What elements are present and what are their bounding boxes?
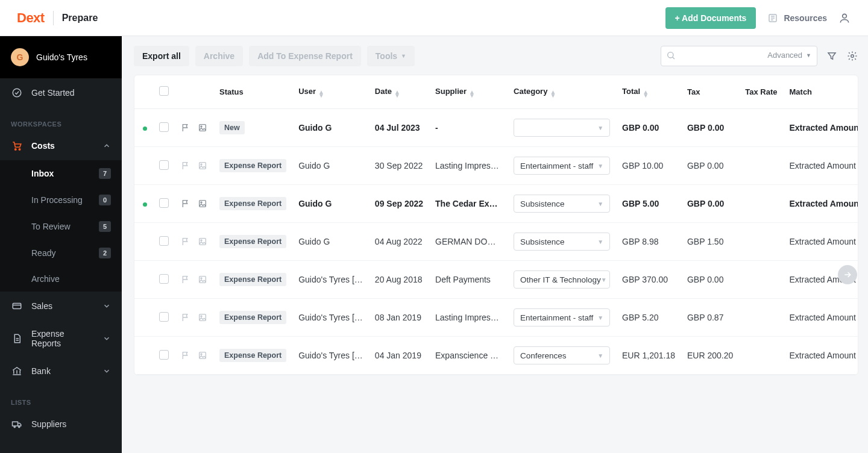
table-row[interactable]: Expense Report Guido G 30 Sep 2022 Lasti… — [134, 147, 858, 185]
image-icon[interactable] — [198, 313, 207, 322]
advanced-search-toggle[interactable]: Advanced ▼ — [767, 51, 811, 60]
table-row[interactable]: New Guido G 04 Jul 2023 - ▼ GBP 0.00 GBP… — [134, 109, 858, 147]
col-date[interactable]: Date▲▼ — [369, 75, 429, 109]
cell-match: Extracted Amount — [784, 337, 859, 375]
unread-dot-icon — [143, 202, 147, 207]
advanced-label: Advanced — [767, 51, 802, 60]
col-status[interactable]: Status — [213, 75, 292, 109]
gear-icon[interactable] — [846, 50, 858, 62]
table-row[interactable]: Expense Report Guido's Tyres [… 04 Jan 2… — [134, 337, 858, 375]
status-badge: Expense Report — [219, 311, 286, 324]
sidebar-item-suppliers[interactable]: Suppliers — [0, 410, 122, 439]
filter-icon[interactable] — [826, 50, 838, 62]
truck-icon — [11, 418, 23, 430]
image-icon[interactable] — [198, 275, 207, 284]
row-checkbox[interactable] — [159, 198, 169, 208]
account-avatar: G — [11, 48, 29, 66]
count-badge: 2 — [99, 248, 111, 258]
col-supplier[interactable]: Supplier▲▼ — [429, 75, 508, 109]
add-to-expense-button[interactable]: Add To Expense Report — [249, 46, 361, 66]
row-checkbox[interactable] — [159, 160, 169, 170]
cell-user: Guido G — [292, 147, 369, 185]
sidebar-item-sales[interactable]: Sales — [0, 292, 122, 320]
sidebar-subitem-to-review[interactable]: To Review5 — [0, 213, 122, 240]
cell-match: Extracted Amount — [784, 185, 859, 223]
svg-point-20 — [201, 278, 202, 279]
sidebar-item-bank[interactable]: Bank — [0, 357, 122, 386]
image-icon[interactable] — [198, 123, 207, 133]
table-row[interactable]: Expense Report Guido's Tyres [… 20 Aug 2… — [134, 261, 858, 299]
category-select[interactable]: Conferences▼ — [514, 346, 610, 364]
cell-user: Guido G — [292, 109, 369, 147]
flag-icon[interactable] — [181, 275, 190, 284]
tools-button[interactable]: Tools ▼ — [367, 46, 415, 66]
sidebar-item-get-started[interactable]: Get Started — [0, 78, 122, 107]
category-select[interactable]: Entertainment - staff▼ — [514, 308, 610, 326]
svg-point-22 — [201, 316, 202, 317]
row-checkbox[interactable] — [159, 122, 169, 132]
table-row[interactable]: Expense Report Guido G 09 Sep 2022 The C… — [134, 185, 858, 223]
cell-date: 30 Sep 2022 — [369, 147, 429, 185]
sidebar-subitem-archive[interactable]: Archive — [0, 266, 122, 292]
add-documents-button[interactable]: + Add Documents — [665, 7, 756, 29]
col-tax[interactable]: Tax — [681, 75, 739, 109]
category-select[interactable]: Other IT & Technology▼ — [514, 270, 610, 289]
col-tax-rate[interactable]: Tax Rate — [739, 75, 783, 109]
flag-icon[interactable] — [181, 237, 190, 246]
cell-user: Guido's Tyres [… — [292, 261, 369, 299]
cell-tax-rate — [739, 299, 783, 337]
cell-supplier: Lasting Impressions — [429, 147, 508, 185]
category-select[interactable]: Entertainment - staff▼ — [514, 157, 610, 175]
status-badge: New — [219, 121, 245, 134]
sidebar-item-costs[interactable]: Costs — [0, 131, 122, 160]
document-icon — [11, 333, 23, 345]
sidebar-subitem-inbox[interactable]: Inbox7 — [0, 160, 122, 187]
col-category[interactable]: Category▲▼ — [508, 75, 616, 109]
resources-link[interactable]: Resources — [767, 12, 827, 24]
table-row[interactable]: Expense Report Guido G 04 Aug 2022 GERMA… — [134, 223, 858, 261]
sidebar-subitem-ready[interactable]: Ready2 — [0, 240, 122, 266]
flag-icon[interactable] — [181, 123, 190, 133]
row-checkbox[interactable] — [159, 312, 169, 322]
svg-rect-5 — [13, 304, 21, 309]
svg-point-3 — [15, 149, 16, 150]
count-badge: 7 — [99, 168, 111, 179]
cell-match: Extracted Amount — [784, 223, 859, 261]
svg-point-8 — [19, 426, 20, 427]
col-match[interactable]: Match — [784, 75, 859, 109]
cell-tax-rate — [739, 109, 783, 147]
account-switcher[interactable]: G Guido's Tyres — [0, 36, 122, 78]
image-icon[interactable] — [198, 161, 207, 170]
col-user[interactable]: User▲▼ — [292, 75, 369, 109]
category-select[interactable]: Subsistence▼ — [514, 233, 610, 251]
select-all-checkbox[interactable] — [159, 86, 169, 96]
svg-point-1 — [843, 14, 847, 18]
flag-icon[interactable] — [181, 199, 190, 208]
cell-tax: GBP 0.00 — [681, 109, 739, 147]
row-checkbox[interactable] — [159, 274, 169, 284]
flag-icon[interactable] — [181, 161, 190, 170]
export-all-button[interactable]: Export all — [134, 46, 189, 66]
flag-icon[interactable] — [181, 351, 190, 360]
image-icon[interactable] — [198, 199, 207, 208]
sidebar-item-expense-reports[interactable]: Expense Reports — [0, 320, 122, 357]
category-select[interactable]: Subsistence▼ — [514, 195, 610, 213]
image-icon[interactable] — [198, 351, 207, 360]
topbar: Dext Prepare + Add Documents Resources — [0, 0, 868, 36]
image-icon[interactable] — [198, 237, 207, 246]
status-badge: Expense Report — [219, 159, 286, 172]
row-checkbox[interactable] — [159, 350, 169, 360]
table-row[interactable]: Expense Report Guido's Tyres [… 08 Jan 2… — [134, 299, 858, 337]
sidebar-item-label: Expense Reports — [31, 329, 94, 348]
row-checkbox[interactable] — [159, 236, 169, 246]
svg-point-16 — [201, 202, 202, 203]
archive-button[interactable]: Archive — [195, 46, 243, 66]
next-page-fab[interactable] — [838, 265, 857, 284]
sidebar-subitem-in-processing[interactable]: In Processing0 — [0, 187, 122, 213]
profile-icon[interactable] — [838, 11, 851, 25]
flag-icon[interactable] — [181, 313, 190, 322]
cell-total: GBP 8.98 — [616, 223, 681, 261]
svg-point-24 — [201, 354, 202, 355]
category-select[interactable]: ▼ — [514, 119, 610, 137]
col-total[interactable]: Total▲▼ — [616, 75, 681, 109]
